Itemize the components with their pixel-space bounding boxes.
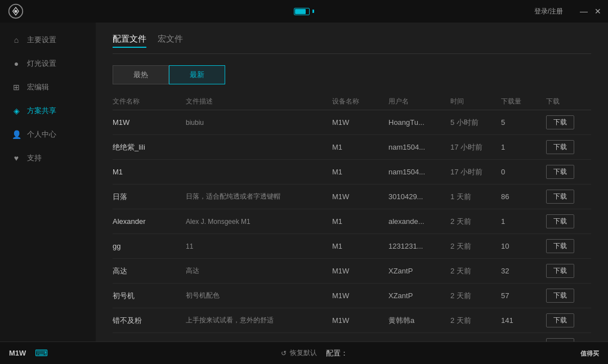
table-row: 高达 高达 M1W XZantP 2 天前 32 下载 bbox=[113, 259, 591, 284]
macro-icon: ⊞ bbox=[11, 82, 21, 92]
share-icon: ◈ bbox=[11, 106, 21, 116]
cell-desc-4: Alex J. Monsgeek M1 bbox=[186, 218, 332, 226]
download-button-1[interactable]: 下载 bbox=[546, 140, 574, 154]
config-label: 配置： bbox=[326, 348, 348, 358]
titlebar-controls: — ✕ bbox=[580, 7, 601, 16]
cell-user-8: 黄韩韩a bbox=[388, 316, 450, 326]
cell-time-4: 2 天前 bbox=[450, 217, 501, 227]
sidebar-item-light-settings[interactable]: ● 灯光设置 bbox=[0, 52, 96, 75]
download-button-4[interactable]: 下载 bbox=[546, 214, 574, 228]
cell-count-5: 10 bbox=[501, 242, 546, 250]
cell-desc-0: biubiu bbox=[186, 119, 332, 127]
download-button-2[interactable]: 下载 bbox=[546, 165, 574, 179]
cell-user-7: XZantP bbox=[388, 291, 450, 300]
cell-download-5[interactable]: 下载 bbox=[546, 239, 591, 253]
download-button-3[interactable]: 下载 bbox=[546, 190, 574, 204]
cell-user-5: 1231231... bbox=[388, 242, 450, 250]
cell-count-1: 1 bbox=[501, 143, 546, 151]
table-row: M1 M1 nam1504... 17 小时前 0 下载 bbox=[113, 160, 591, 185]
cell-time-8: 2 天前 bbox=[450, 316, 501, 326]
cell-download-4[interactable]: 下载 bbox=[546, 214, 591, 228]
tab-config-file[interactable]: 配置文件 bbox=[113, 34, 146, 48]
cell-download-0[interactable]: 下载 bbox=[546, 115, 591, 129]
minimize-button[interactable]: — bbox=[580, 7, 588, 16]
sidebar-item-personal-center[interactable]: 👤 个人中心 bbox=[0, 123, 96, 146]
restore-defaults[interactable]: ↺ 恢复默认 bbox=[281, 348, 317, 358]
cell-download-9[interactable]: 下载 bbox=[546, 338, 591, 341]
cell-download-3[interactable]: 下载 bbox=[546, 190, 591, 204]
table-row: 绝绝紫_lili M1 nam1504... 17 小时前 1 下载 bbox=[113, 135, 591, 160]
cell-count-4: 1 bbox=[501, 217, 546, 226]
user-icon: 👤 bbox=[11, 129, 21, 140]
cell-name-0: M1W bbox=[113, 118, 186, 127]
cell-time-2: 17 小时前 bbox=[450, 167, 501, 177]
cell-count-2: 0 bbox=[501, 168, 546, 176]
battery-indicator bbox=[294, 8, 314, 15]
tab-bar: 配置文件 宏文件 bbox=[113, 34, 591, 54]
cell-user-6: XZantP bbox=[388, 267, 450, 275]
cell-name-3: 日落 bbox=[113, 192, 186, 202]
close-button[interactable]: ✕ bbox=[594, 7, 601, 16]
data-table: 文件名称 文件描述 设备名称 用户名 时间 下载量 下载 M1W biubiu … bbox=[113, 93, 591, 341]
home-icon: ⌂ bbox=[11, 35, 21, 45]
titlebar-center bbox=[294, 8, 314, 15]
cell-device-5: M1 bbox=[332, 242, 388, 250]
download-button-7[interactable]: 下载 bbox=[546, 289, 574, 303]
sidebar-label-personal-center: 个人中心 bbox=[27, 129, 56, 140]
cell-name-5: gg bbox=[113, 242, 186, 250]
table-row: 粉白 上粉下白 MG108B 想变李火旺 2 天前 15 下载 bbox=[113, 333, 591, 341]
content-area: 配置文件 宏文件 最热 最新 文件名称 文件描述 设备名称 用户名 时间 下载量… bbox=[96, 23, 608, 341]
table-row: 错不及粉 上手按来试试看，意外的舒适 M1W 黄韩韩a 2 天前 141 下载 bbox=[113, 308, 591, 333]
tab-macro-file[interactable]: 宏文件 bbox=[158, 34, 183, 48]
sidebar-item-macro-editor[interactable]: ⊞ 宏编辑 bbox=[0, 75, 96, 99]
download-button-6[interactable]: 下载 bbox=[546, 264, 574, 278]
table-header: 文件名称 文件描述 设备名称 用户名 时间 下载量 下载 bbox=[113, 93, 591, 110]
cell-time-3: 1 天前 bbox=[450, 192, 501, 202]
cell-desc-8: 上手按来试试看，意外的舒适 bbox=[186, 316, 332, 325]
table-row: Alexander Alex J. Monsgeek M1 M1 alexand… bbox=[113, 209, 591, 234]
filter-hottest-button[interactable]: 最热 bbox=[113, 65, 169, 84]
cell-device-3: M1W bbox=[332, 192, 388, 201]
download-button-5[interactable]: 下载 bbox=[546, 239, 574, 253]
cell-device-0: M1W bbox=[332, 118, 388, 127]
cell-user-0: HoangTu... bbox=[388, 118, 450, 127]
header-device-name: 设备名称 bbox=[332, 97, 388, 106]
cell-time-7: 2 天前 bbox=[450, 291, 501, 301]
sidebar-item-plan-share[interactable]: ◈ 方案共享 bbox=[0, 99, 96, 123]
app-logo bbox=[7, 2, 25, 20]
keyboard-icon: ⌨ bbox=[35, 348, 48, 358]
login-button[interactable]: 登录/注册 bbox=[534, 7, 563, 16]
header-download-action: 下载 bbox=[546, 97, 591, 106]
cell-name-6: 高达 bbox=[113, 266, 186, 276]
cell-name-9: 粉白 bbox=[113, 340, 186, 342]
sidebar-label-macro-editor: 宏编辑 bbox=[27, 82, 49, 92]
cell-download-2[interactable]: 下载 bbox=[546, 165, 591, 179]
bottombar: M1W ⌨ ↺ 恢复默认 配置： 值得买 bbox=[0, 341, 608, 364]
cell-name-2: M1 bbox=[113, 168, 186, 176]
cell-device-4: M1 bbox=[332, 217, 388, 226]
download-button-8[interactable]: 下载 bbox=[546, 313, 574, 327]
sidebar: ⌂ 主要设置 ● 灯光设置 ⊞ 宏编辑 ◈ 方案共享 👤 个人中心 ♥ 支持 bbox=[0, 23, 96, 341]
cell-download-6[interactable]: 下载 bbox=[546, 264, 591, 278]
cell-download-8[interactable]: 下载 bbox=[546, 313, 591, 327]
battery-tip bbox=[312, 10, 314, 13]
cell-name-1: 绝绝紫_lili bbox=[113, 142, 186, 152]
table-row: M1W biubiu M1W HoangTu... 5 小时前 5 下载 bbox=[113, 110, 591, 135]
cell-count-6: 32 bbox=[501, 267, 546, 275]
download-button-0[interactable]: 下载 bbox=[546, 115, 574, 129]
cell-user-2: nam1504... bbox=[388, 168, 450, 176]
cell-device-8: M1W bbox=[332, 316, 388, 325]
cell-name-7: 初号机 bbox=[113, 291, 186, 301]
download-button-9[interactable]: 下载 bbox=[546, 338, 574, 341]
sidebar-item-main-settings[interactable]: ⌂ 主要设置 bbox=[0, 28, 96, 52]
watermark-label: 值得买 bbox=[580, 349, 599, 358]
cell-device-6: M1W bbox=[332, 267, 388, 275]
cell-download-7[interactable]: 下载 bbox=[546, 289, 591, 303]
cell-time-5: 2 天前 bbox=[450, 241, 501, 251]
restore-label: 恢复默认 bbox=[290, 348, 317, 358]
cell-download-1[interactable]: 下载 bbox=[546, 140, 591, 154]
battery-body bbox=[294, 8, 310, 15]
filter-newest-button[interactable]: 最新 bbox=[169, 65, 225, 84]
sidebar-item-support[interactable]: ♥ 支持 bbox=[0, 146, 96, 170]
cell-count-9: 15 bbox=[501, 341, 546, 341]
